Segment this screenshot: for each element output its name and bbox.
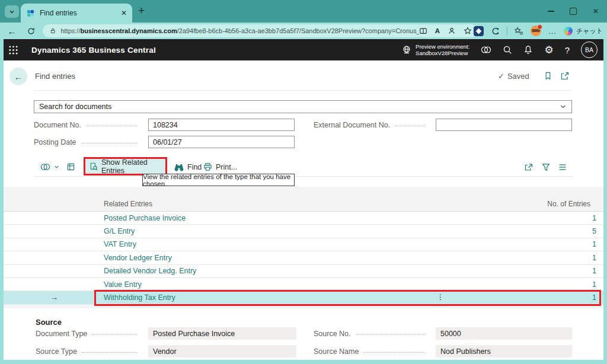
environment-globe-icon — [402, 45, 411, 55]
label-text: Posting Date — [34, 138, 76, 146]
bookmark-icon — [544, 71, 552, 81]
entry-count-link[interactable]: 1 — [592, 293, 603, 302]
search-icon[interactable] — [503, 45, 512, 55]
environment-badge[interactable]: Preview environment: SandboxV28Preview — [402, 43, 469, 57]
browser-menu-button[interactable]: ... — [548, 27, 557, 36]
column-related-entries[interactable]: Related Entries — [4, 200, 152, 208]
document-no-input[interactable] — [148, 119, 295, 131]
share-icon — [524, 162, 533, 172]
profile-preferences-icon[interactable] — [448, 27, 456, 35]
environment-line2: SandboxV28Preview — [416, 50, 468, 56]
table-row[interactable]: VAT Entry 1 — [4, 238, 603, 251]
related-entry-link[interactable]: Posted Purchase Invoice — [4, 214, 186, 222]
tab-search-dropdown-button[interactable] — [5, 5, 19, 18]
notifications-bell-icon[interactable] — [523, 45, 533, 55]
new-tab-button[interactable]: + — [138, 4, 145, 17]
filter-funnel-icon — [541, 162, 551, 172]
table-row[interactable]: G/L Entry 5 — [4, 225, 603, 238]
filter-button[interactable] — [541, 162, 551, 172]
label-text: Document Type — [36, 330, 87, 338]
bookmark-button[interactable] — [544, 71, 552, 81]
print-button[interactable]: Print... — [203, 162, 237, 171]
extension-shield-icon[interactable] — [474, 26, 484, 36]
browser-back-button[interactable]: ← — [5, 23, 19, 39]
read-aloud-icon[interactable]: A — [435, 27, 440, 34]
external-document-no-input[interactable] — [436, 119, 572, 131]
table-row[interactable]: Detailed Vendor Ledg. Entry 1 — [4, 265, 603, 278]
tab-close-button[interactable]: ✕ — [121, 9, 127, 17]
app-header: Dynamics 365 Business Central Preview en… — [4, 39, 603, 60]
related-entry-link[interactable]: Vendor Ledger Entry — [4, 254, 172, 262]
user-avatar[interactable]: BA — [581, 41, 598, 58]
copilot-chat-button[interactable]: チャット — [564, 27, 603, 36]
find-button[interactable]: Find — [174, 162, 202, 171]
source-type-label: Source Type — [36, 345, 143, 357]
column-no-of-entries[interactable]: No. of Entries — [547, 200, 603, 208]
binoculars-icon — [174, 162, 184, 171]
window-maximize-button[interactable] — [562, 0, 584, 23]
browser-refresh-button[interactable] — [24, 23, 38, 39]
dotted-leader — [92, 334, 138, 335]
favorite-star-icon[interactable] — [464, 27, 472, 35]
save-status: ✓ Saved — [498, 72, 529, 81]
url-field[interactable]: https://businesscentral.dynamics.com/2a9… — [43, 24, 478, 37]
tab-title: Find entries — [40, 9, 121, 17]
source-no-value[interactable]: 50000 — [436, 327, 572, 340]
window-frame-bottom — [0, 360, 607, 364]
entry-count-link[interactable]: 1 — [592, 214, 603, 222]
dotted-leader — [395, 126, 425, 126]
analyze-button[interactable] — [66, 162, 75, 171]
address-bar-actions: A — [419, 27, 472, 35]
source-type-value[interactable]: Vendor — [148, 345, 296, 357]
secure-lock-icon — [50, 27, 56, 34]
copilot-chat-label: チャット — [576, 27, 603, 36]
app-title[interactable]: Dynamics 365 Business Central — [31, 46, 156, 55]
window-close-button[interactable]: ✕ — [584, 0, 607, 23]
entry-count-link[interactable]: 1 — [592, 267, 603, 275]
url-path: /2a94fbe8-b6cb-4b56-a3ca-ae3bb7d5a5f7/Sa… — [177, 27, 419, 34]
entry-count-link[interactable]: 1 — [592, 254, 603, 262]
related-entry-link[interactable]: G/L Entry — [4, 227, 135, 235]
list-options-button[interactable] — [558, 162, 567, 172]
settings-gear-icon[interactable]: ⚙ — [544, 45, 553, 55]
split-screen-icon[interactable] — [419, 27, 427, 35]
row-more-options-icon[interactable]: ⋮ — [437, 293, 444, 301]
app-launcher-icon[interactable] — [8, 45, 18, 55]
related-entry-link[interactable]: Withholding Tax Entry — [4, 293, 175, 302]
browser-extension-icon[interactable] — [491, 27, 500, 36]
table-row[interactable]: Posted Purchase Invoice 1 — [4, 212, 603, 225]
source-name-value[interactable]: Nod Publishers — [436, 345, 572, 357]
page-back-button[interactable]: ← — [9, 68, 27, 85]
printer-icon — [203, 162, 212, 171]
table-row-selected[interactable]: → Withholding Tax Entry ⋮ 1 — [4, 291, 603, 304]
selected-row-arrow-icon: → — [50, 293, 58, 302]
copilot-icon[interactable] — [481, 44, 491, 55]
related-entry-link[interactable]: Value Entry — [4, 280, 142, 289]
help-icon[interactable]: ? — [565, 45, 570, 55]
favorites-bar-icon[interactable] — [515, 27, 523, 36]
browser-tab[interactable]: Find entries ✕ — [21, 4, 132, 23]
table-row[interactable]: Value Entry 1 — [4, 278, 603, 291]
browser-profile-avatar[interactable] — [531, 25, 541, 36]
window-minimize-button[interactable] — [539, 0, 562, 23]
label-text: Source Name — [314, 347, 359, 356]
maximize-icon — [570, 8, 577, 15]
table-row[interactable]: Vendor Ledger Entry 1 — [4, 251, 603, 264]
refresh-icon — [27, 27, 35, 35]
share-button[interactable] — [524, 162, 533, 172]
copilot-menu-button[interactable] — [40, 162, 59, 172]
entry-count-link[interactable]: 5 — [592, 227, 603, 235]
entry-count-link[interactable]: 1 — [592, 280, 603, 289]
search-for-documents-combobox[interactable]: Search for documents — [34, 100, 572, 113]
label-text: External Document No. — [314, 121, 390, 129]
dotted-leader — [356, 334, 425, 335]
posting-date-input[interactable] — [148, 136, 295, 148]
entry-count-link[interactable]: 1 — [592, 240, 603, 248]
label-text: Document No. — [34, 121, 81, 129]
document-type-value[interactable]: Posted Purchase Invoice — [148, 327, 296, 340]
divider — [34, 176, 573, 177]
open-in-new-window-button[interactable] — [560, 71, 570, 81]
related-entry-link[interactable]: VAT Entry — [4, 240, 136, 248]
copilot-icon — [564, 27, 573, 36]
related-entry-link[interactable]: Detailed Vendor Ledg. Entry — [4, 267, 196, 275]
